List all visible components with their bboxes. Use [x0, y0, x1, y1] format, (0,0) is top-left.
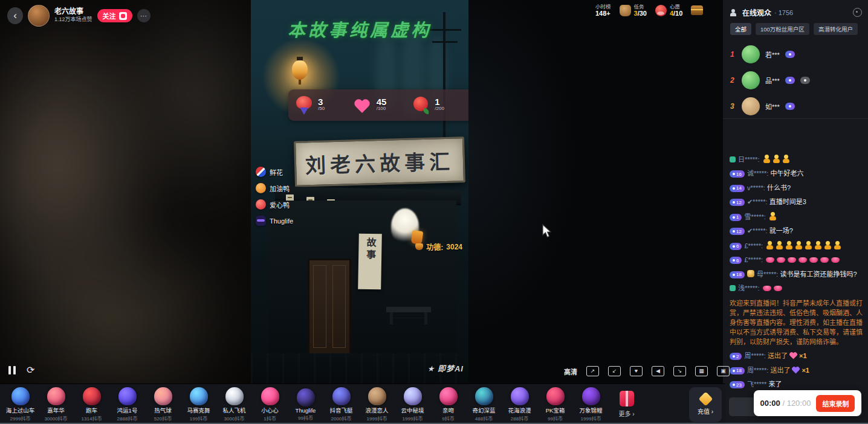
share-icon[interactable]: ↗ — [586, 366, 599, 376]
viewer-rank-row[interactable]: 3如*** — [730, 93, 862, 119]
gift-task-item[interactable]: 鲜花 — [256, 167, 293, 177]
person-emoji — [772, 155, 780, 163]
live-video[interactable]: 本故事纯属虚构 刘老六故事汇 故事 3/5045/1001/200 鲜花加油鸭爱… — [251, 0, 468, 384]
more-gifts-button[interactable]: 更多 › — [609, 386, 644, 423]
gift-multiplier: ×1 — [799, 352, 807, 359]
web-fullscreen-icon[interactable]: ▦ — [695, 366, 708, 376]
gift-tile[interactable]: 小心心1抖币 — [252, 386, 288, 423]
rank-number: 1 — [730, 50, 736, 59]
gift-name: 云中秘境 — [401, 406, 424, 414]
gift-count: 1 — [435, 98, 444, 105]
gift-panel-icon[interactable]: ♥ — [630, 366, 643, 376]
level-badge: 6 — [730, 257, 742, 264]
gift-count: 3 — [318, 98, 325, 105]
gift-icon — [83, 387, 101, 405]
chat-message[interactable]: 6£*****: — [730, 255, 864, 265]
chat-message[interactable]: 16诚*****: 中午好老六 — [730, 169, 864, 178]
gift-quota: /50 — [318, 105, 325, 112]
chat-message[interactable]: 12✔*****: 直播时间是3 — [730, 198, 864, 207]
merit-value: 3024 — [446, 243, 462, 251]
fullscreen-icon[interactable]: ▣ — [717, 366, 730, 376]
pause-button[interactable] — [8, 366, 16, 374]
gift-tile[interactable]: 奇幻深蓝488抖币 — [466, 386, 502, 423]
gift-tile[interactable]: 私人飞机3000抖币 — [216, 386, 252, 423]
gift-tile[interactable]: 鸿运1号2888抖币 — [109, 386, 145, 423]
rank-number: 2 — [730, 76, 736, 85]
shop-sign-text: 刘老六故事汇 — [305, 145, 454, 179]
viewer-ranking: 1若***2品***3如*** — [730, 41, 862, 119]
header-more-button[interactable]: ⋯ — [137, 9, 151, 22]
hourly-rank[interactable]: 小时榜 148+ — [595, 4, 611, 17]
lips-emoji — [831, 257, 840, 263]
chat-message[interactable]: 23飞***** 来了 — [730, 380, 864, 389]
left-blur-panel — [0, 0, 251, 384]
filter-chip[interactable]: 全部 — [730, 23, 751, 35]
audience-sidebar: 在线观众 · 1756 全部100万粉丝用户区高潜转化用户 1若***2品***… — [723, 0, 868, 424]
chat-message[interactable]: 14v*****: 什么书? — [730, 184, 864, 193]
gift-tile[interactable]: 海上过山车2999抖币 — [2, 386, 38, 423]
gift-tile[interactable]: Thuglife99抖币 — [288, 386, 323, 423]
gift-tile[interactable]: 抖音飞艇2000抖币 — [323, 386, 359, 423]
viewer-rank-row[interactable]: 2品*** — [730, 67, 862, 93]
gift-tile[interactable]: 万象锦鲤1999抖币 — [573, 386, 609, 423]
person-emoji — [814, 241, 821, 249]
filter-chip[interactable]: 高潜转化用户 — [814, 23, 858, 35]
recharge-button[interactable]: 充值 › — [689, 387, 722, 422]
chat-message[interactable]: 1雪*****: — [730, 212, 864, 222]
gift-task-item[interactable]: Thuglife — [256, 216, 293, 226]
viewer-avatar — [742, 45, 760, 63]
gift-name: 鸿运1号 — [117, 406, 138, 414]
recharge-label: 充值 › — [698, 406, 713, 416]
gift-tile[interactable]: 热气球520抖币 — [145, 386, 181, 423]
mini-player-icon[interactable]: ↙ — [608, 366, 621, 376]
follow-button[interactable]: 关注 — [97, 9, 132, 22]
chat-message[interactable]: 18母*****: 读书是有工资还能挣钱吗? — [730, 270, 864, 279]
viewer-rank-row[interactable]: 1若*** — [730, 41, 862, 67]
quality-selector[interactable]: 高清 — [564, 367, 577, 376]
gift-icon — [297, 388, 315, 406]
treasure-chest-icon[interactable] — [691, 5, 703, 15]
gift-task-item[interactable]: 加油鸭 — [256, 183, 293, 193]
gift-tile[interactable]: 跑车1314抖币 — [74, 386, 109, 423]
sidebar-settings-icon[interactable] — [853, 8, 862, 17]
volume-icon[interactable]: ◀ — [652, 366, 664, 376]
gold-medal-icon — [747, 270, 754, 277]
gift-banner-item: 45/100 — [353, 95, 409, 115]
chat-message[interactable]: 12✔*****: 就一场? — [730, 226, 864, 236]
gift-task-item[interactable]: 爱心鸭 — [256, 199, 293, 210]
person-emoji — [795, 241, 802, 249]
level-badge: 1 — [730, 214, 742, 221]
filter-chip[interactable]: 100万粉丝用户区 — [756, 23, 809, 35]
chat-message[interactable]: 18周*****: 送出了×1 — [730, 366, 864, 375]
viewer-avatar — [742, 97, 760, 115]
gift-tile[interactable]: 马赛克舞199抖币 — [181, 386, 216, 423]
refresh-button[interactable]: ⟳ — [27, 366, 34, 374]
gift-tile[interactable]: 花海浪漫288抖币 — [502, 386, 537, 423]
chat-username: v*****: — [747, 184, 767, 191]
viewer-name: 如*** — [765, 101, 780, 111]
chat-message[interactable]: 浅*****: — [730, 284, 864, 293]
bench — [386, 307, 431, 312]
gift-tile[interactable]: 浪漫恋人1999抖币 — [359, 386, 395, 423]
gift-tile[interactable]: PK宝箱99抖币 — [537, 386, 573, 423]
gift-name: 海上过山车 — [6, 406, 35, 414]
gift-tile[interactable]: 云中秘境1999抖币 — [395, 386, 430, 423]
gift-name: 小心心 — [261, 406, 279, 414]
chat-message[interactable]: 2周*****: 送出了×1 — [730, 352, 864, 361]
theater-icon[interactable]: ↘ — [673, 366, 686, 376]
gift-tile[interactable]: 嘉年华30000抖币 — [38, 386, 74, 423]
chat-username: 周*****: — [747, 367, 771, 374]
chat-username: 日*****: — [738, 156, 762, 163]
wish-counter[interactable]: 心愿 4/10 — [655, 4, 682, 17]
task-gift-icon — [256, 183, 266, 193]
stop-recording-button[interactable]: 结束录制 — [816, 395, 855, 412]
back-button[interactable]: ‹ — [7, 7, 23, 24]
person-emoji — [805, 241, 812, 249]
sidebar-header: 在线观众 · 1756 — [730, 7, 862, 18]
gift-tile[interactable]: 亲吻9抖币 — [430, 386, 466, 423]
chat-message[interactable]: 日*****: — [730, 155, 864, 164]
chat-message[interactable]: 6£*****: — [730, 241, 864, 251]
streamer-avatar[interactable] — [28, 5, 50, 27]
right-dark-panel — [468, 0, 723, 384]
daily-task-counter[interactable]: 任务 3/30 — [620, 4, 647, 17]
